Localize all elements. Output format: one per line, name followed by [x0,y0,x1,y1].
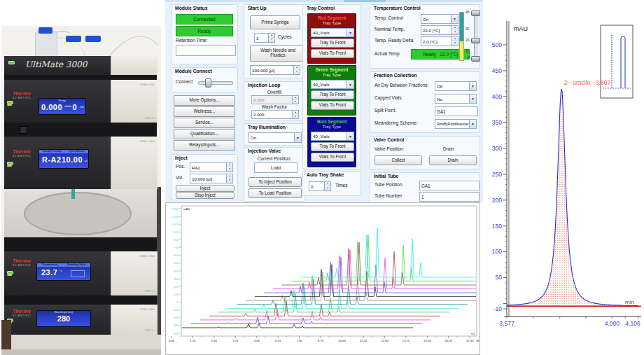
capped-vials-dropdown[interactable]: No▼ [435,94,477,104]
temp-delta-spinner[interactable]: 2.0 [°C]▲▼ [421,36,458,46]
to-inject-position-button[interactable]: To Inject Position [248,177,302,187]
temp-slider-handle-max[interactable] [471,11,480,16]
prime-syringe-button[interactable]: Prime Syringe [250,15,300,29]
wash-volume-spinner[interactable]: 100.000 [µl]▲▼ [250,65,300,75]
svg-text:5,00: 5,00 [254,339,260,342]
meandering-scheme-label: Meandering Scheme: [374,120,418,125]
spinner-arrows-icon[interactable]: ▲▼ [293,66,300,74]
side-label: UltiMate 3000 [139,308,155,311]
shake-times-spinner[interactable]: 0▲▼ [309,181,331,191]
connect-slider-handle[interactable] [205,78,211,88]
chevron-down-icon: ▼ [294,133,301,142]
qualification-button[interactable]: Qualification... [174,129,235,139]
red-tray-type-dropdown[interactable]: 40_Vials▼ [311,28,354,37]
bottle-cap [38,27,52,34]
svg-text:-400: -400 [173,332,179,335]
compartment-side-panel: UltiMate 3000 UHPLC+ [111,251,158,295]
stop-inject-button[interactable]: Stop Inject [176,192,234,199]
wash-needle-button[interactable]: Wash Needle and Fluidics [250,45,306,62]
service-button[interactable]: Service... [174,118,235,128]
green-tray-type-dropdown[interactable]: 40_Vials▼ [311,80,354,89]
spinner-arrows-icon[interactable]: ▲▼ [226,163,232,172]
wellness-button[interactable]: Wellness... [174,106,235,117]
scrollbar-thumb[interactable] [344,0,386,2]
connect-slider-track[interactable] [198,81,233,85]
autosampler-module: ThermoSCIENTIFIC Sample PositionInject V… [4,137,111,189]
svg-text:-200: -200 [173,316,179,319]
svg-text:700: 700 [174,246,178,249]
spinner-arrows-icon[interactable]: ▲▼ [292,111,298,118]
waterfall-chromatogram-plot: 1,2001,1001,0009008007006005004003002001… [166,203,479,354]
tube-position-field[interactable]: GA1 [419,181,479,190]
red-tray-to-front-button[interactable]: Tray To Front [311,39,354,48]
spinner-arrows-icon[interactable]: ▲▼ [324,182,330,190]
inject-position-spinner[interactable]: RA2▲▼ [190,162,233,172]
svg-text:10,00: 10,00 [338,339,346,342]
module-status-group: Module Status Connected Ready Retention … [171,4,238,64]
nominal-temp-spinner[interactable]: 22.0 [°C]▲▼ [421,25,458,35]
svg-text:6,25: 6,25 [275,339,281,342]
compartment-temp-unit: °C [59,270,62,272]
segment-name: Red Segment [308,15,356,20]
spinner-arrows-icon[interactable]: ▲▼ [226,174,232,183]
temp-control-dropdown[interactable]: On▼ [421,14,458,24]
capped-vials-label: Capped Vials: [374,95,402,100]
scale-label: 10 [465,49,470,53]
pump-flow-unit: ml/min [64,105,71,108]
green-tray-to-front-button[interactable]: Tray To Front [311,90,354,99]
pump-flow-value: 0.000 [41,103,62,111]
svg-text:300: 300 [492,145,502,152]
svg-text:11,25: 11,25 [360,339,368,342]
group-title: Fraction Collection [374,73,417,78]
spinner-arrows-icon[interactable]: ▲▼ [451,37,458,46]
red-vials-to-front-button[interactable]: Vials To Front [311,49,354,58]
temp-slider-handle-set[interactable] [471,38,480,43]
spinner-arrows-icon[interactable]: ▲▼ [451,26,458,34]
meandering-scheme-dropdown[interactable]: RowByRowMeander▼ [435,119,477,129]
side-label: UltiMate 3000 [139,83,155,86]
svg-text:600: 600 [174,253,178,257]
blue-segment-panel: Blue Segment Tray Type 40_Vials▼ Tray To… [307,117,356,167]
wash-factor-spinner[interactable]: 2.000▲▼ [251,110,299,119]
tube-number-label: Tube Number [374,193,402,198]
green-vials-to-front-button[interactable]: Vials To Front [311,101,354,110]
inject-button[interactable]: Inject [176,185,234,192]
spinner-arrows-icon[interactable]: ▲▼ [292,96,298,104]
svg-text:300: 300 [174,277,178,281]
group-title: Inject [175,155,188,160]
air-dry-dropdown[interactable]: Off▼ [435,81,477,91]
svg-text:1,100: 1,100 [172,215,179,218]
injection-loop-group: Injection Loop Overfill 2.000▲▼ Wash Fac… [244,81,305,120]
inject-volume-spinner[interactable]: 10.000 [µl]▲▼ [190,174,233,183]
tray-illumination-dropdown[interactable]: On▼ [248,132,302,143]
svg-text:4,106: 4,106 [625,320,640,327]
temp-slider-track[interactable] [474,12,477,61]
more-options-button[interactable]: More Options... [174,95,235,106]
svg-text:8,75: 8,75 [318,339,324,342]
overfill-spinner[interactable]: 2.000▲▼ [251,95,299,104]
split-point-field[interactable]: GA1 [435,106,478,116]
cycles-spinner[interactable]: 3▲▼ [254,33,275,43]
blue-tray-type-dropdown[interactable]: 40_Vials▼ [311,132,354,141]
compartment-temp-value: 23.7 [41,268,57,277]
spinner-arrows-icon[interactable]: ▲▼ [268,34,274,42]
drain-button[interactable]: Drain [429,155,477,165]
svg-text:18,07: 18,07 [476,339,479,342]
collect-button[interactable]: Collect [374,155,422,165]
current-position-label: Current Position: [244,156,304,161]
group-title: Auto Tray Shake [307,172,344,177]
solvent-rack-module: UltiMate 3000 [4,56,111,75]
auto-tray-shake-group: Auto Tray Shake 0▲▼ Times [302,171,361,196]
sampler-drawer [4,123,157,137]
to-load-position-button[interactable]: To Load Position [248,188,302,198]
relays-inputs-button[interactable]: Relays/Inputs... [174,140,235,151]
temp-slider-handle-min[interactable] [471,56,480,62]
side-sub-label: UHPLC+ [145,117,155,120]
blue-vials-to-front-button[interactable]: Vials To Front [311,153,354,162]
tube-number-field[interactable]: 1 [419,192,479,202]
cycles-label: Cycles [278,34,292,39]
retention-time-field[interactable] [176,45,236,56]
blue-tray-to-front-button[interactable]: Tray To Front [311,142,354,151]
detector-display: Wavelength (nm) 280 [36,310,91,327]
air-dry-label: Air Dry Between Fractions: [374,83,428,88]
